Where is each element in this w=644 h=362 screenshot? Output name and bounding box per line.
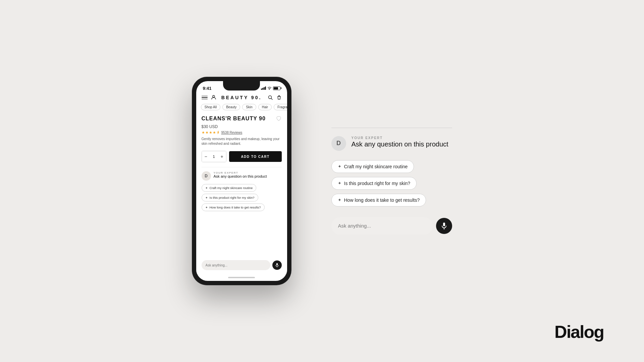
phone-notch — [223, 81, 260, 90]
battery-icon — [273, 86, 280, 90]
hamburger-icon[interactable] — [202, 95, 208, 101]
suggestion-pills: ✦ Craft my night skincare routine ✦ Is t… — [202, 184, 282, 211]
product-price: $30 USD — [202, 124, 282, 129]
status-icons — [261, 86, 280, 90]
nav-bar: BEAUTY 90. — [196, 93, 287, 103]
signal-icon — [261, 86, 266, 90]
panel-expert-label: YOUR EXPERT — [352, 136, 448, 140]
star-2: ★ — [205, 130, 209, 135]
brand-name: BEAUTY 90. — [221, 95, 262, 100]
phone-screen: 9:41 — [196, 81, 287, 281]
category-fragrance[interactable]: Fragrance — [274, 104, 287, 110]
panel-sparkle-3: ✦ — [338, 197, 341, 202]
suggestion-1[interactable]: ✦ Craft my night skincare routine — [202, 184, 257, 192]
wifi-icon — [267, 86, 272, 90]
home-indicator — [196, 274, 287, 281]
panel-sparkle-2: ✦ — [338, 181, 341, 186]
phone-wrapper: 9:41 — [192, 77, 291, 285]
panel-mic-button[interactable] — [436, 218, 452, 234]
dialog-logo: Dialog — [554, 322, 604, 342]
star-5: ⯨ — [216, 130, 220, 135]
expert-avatar: D — [202, 171, 211, 181]
panel-suggestions: ✦ Craft my night skincare routine ✦ Is t… — [331, 160, 452, 206]
category-beauty[interactable]: Beauty — [222, 104, 240, 110]
mic-icon — [275, 263, 279, 267]
star-1: ★ — [202, 130, 205, 135]
category-skin[interactable]: Skin — [242, 104, 256, 110]
panel-input-row — [331, 217, 452, 235]
star-4: ★ — [213, 130, 216, 135]
panel-suggestion-2[interactable]: ✦ Is this product right for my skin? — [331, 177, 417, 190]
panel-suggestion-3[interactable]: ✦ How long does it take to get results? — [331, 194, 426, 206]
qty-decrease[interactable]: − — [202, 151, 210, 162]
cart-row: − 1 + ADD TO CART — [202, 151, 282, 162]
sparkle-icon-2: ✦ — [205, 196, 208, 199]
chat-input[interactable] — [202, 260, 270, 270]
panel-chat-input[interactable] — [331, 217, 433, 235]
panel-suggestion-1[interactable]: ✦ Craft my night skincare routine — [331, 160, 414, 173]
panel-divider — [331, 128, 452, 128]
panel-mic-icon — [441, 222, 447, 230]
panel-avatar: D — [331, 136, 346, 151]
panel-expert-subtitle: Ask any question on this product — [352, 140, 448, 148]
nav-left — [202, 95, 216, 101]
mic-button[interactable] — [272, 260, 282, 270]
wishlist-icon[interactable] — [276, 116, 282, 122]
product-content: CLEANS'R BEAUTY 90 $30 USD ★ ★ ★ ★ ⯨ — [196, 113, 287, 257]
search-icon[interactable] — [268, 95, 273, 100]
qty-increase[interactable]: + — [218, 151, 226, 162]
expert-text: YOUR EXPERT Ask any question on this pro… — [214, 171, 267, 178]
panel-expert-text: YOUR EXPERT Ask any question on this pro… — [352, 136, 448, 148]
add-to-cart-button[interactable]: ADD TO CART — [229, 151, 282, 162]
status-time: 9:41 — [203, 86, 212, 91]
expert-label: YOUR EXPERT — [214, 171, 267, 174]
quantity-control: − 1 + — [202, 151, 226, 162]
bag-icon[interactable] — [276, 95, 282, 100]
expert-section: D YOUR EXPERT Ask any question on this p… — [202, 167, 282, 211]
svg-point-0 — [269, 89, 270, 90]
stars-row: ★ ★ ★ ★ ⯨ 9538 Reviews — [202, 130, 282, 135]
svg-point-1 — [213, 96, 215, 98]
home-bar — [228, 277, 255, 278]
suggestion-3[interactable]: ✦ How long does it take to get results? — [202, 203, 265, 211]
svg-rect-5 — [443, 223, 445, 226]
product-description: Gently removes impurities and makeup, le… — [202, 137, 282, 146]
right-panel: D YOUR EXPERT Ask any question on this p… — [331, 128, 452, 235]
star-rating: ★ ★ ★ ★ ⯨ — [202, 130, 220, 135]
suggestion-2[interactable]: ✦ Is this product right for my skin? — [202, 194, 258, 201]
reviews-link[interactable]: 9538 Reviews — [221, 131, 243, 134]
sparkle-icon-3: ✦ — [205, 206, 208, 209]
category-hair[interactable]: Hair — [258, 104, 272, 110]
star-3: ★ — [209, 130, 212, 135]
profile-icon[interactable] — [211, 95, 216, 100]
nav-right — [268, 95, 282, 100]
dialog-branding: Dialog — [554, 322, 604, 342]
panel-expert-header: D YOUR EXPERT Ask any question on this p… — [331, 136, 452, 151]
chat-input-row — [196, 257, 287, 274]
page-container: 9:41 — [0, 0, 644, 362]
panel-sparkle-1: ✦ — [338, 164, 341, 169]
expert-subtitle: Ask any question on this product — [214, 174, 267, 178]
category-bar: Shop All Beauty Skin Hair Fragrance — [196, 103, 287, 113]
expert-header: D YOUR EXPERT Ask any question on this p… — [202, 171, 282, 181]
category-shop-all[interactable]: Shop All — [201, 104, 221, 110]
svg-rect-3 — [276, 263, 278, 265]
phone-device: 9:41 — [192, 77, 291, 285]
sparkle-icon-1: ✦ — [205, 186, 208, 190]
qty-value: 1 — [210, 155, 218, 159]
product-title: CLEANS'R BEAUTY 90 — [202, 116, 266, 122]
